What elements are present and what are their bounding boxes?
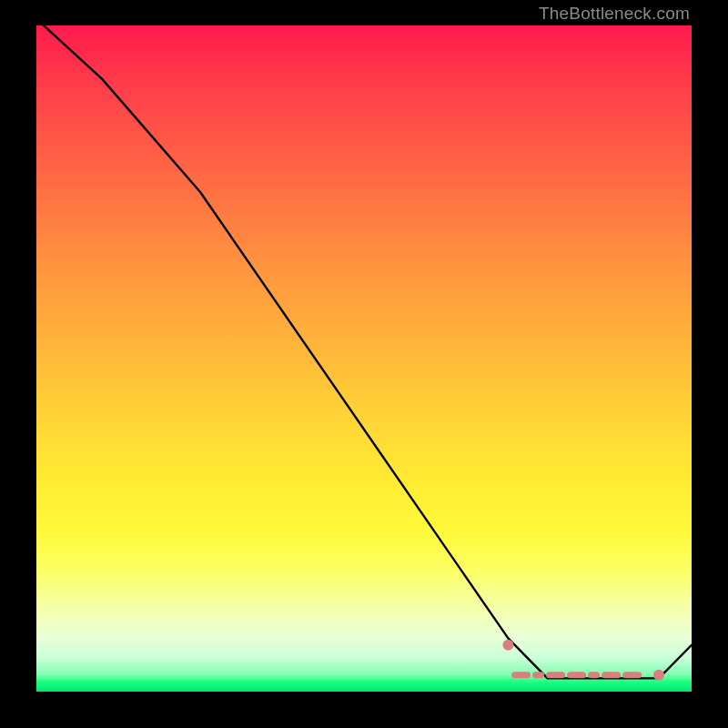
chart-frame: TheBottleneck.com [0, 0, 728, 728]
gradient-plot-background [36, 25, 692, 692]
watermark-text: TheBottleneck.com [539, 4, 690, 24]
